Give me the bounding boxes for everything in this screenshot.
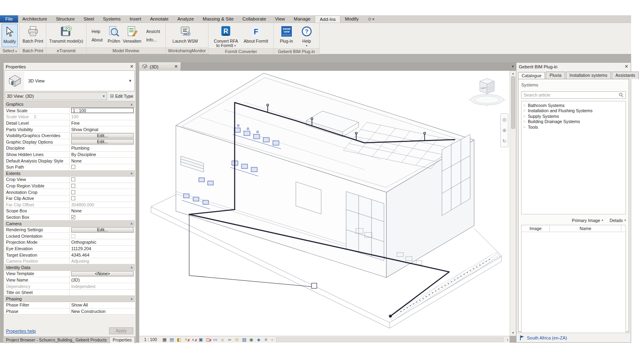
section-header-identity-data[interactable]: Identity Data▲ <box>4 264 135 271</box>
property-value[interactable]: None <box>70 158 135 164</box>
sun-path-icon[interactable]: ☀✗ <box>183 337 189 343</box>
property-value[interactable]: Show All <box>70 302 135 308</box>
ribbon-tab-massing-site[interactable]: Massing & Site <box>198 15 238 23</box>
section-header-graphics[interactable]: Graphics▲ <box>4 101 135 108</box>
ribbon-tab-collaborate[interactable]: Collaborate <box>238 15 270 23</box>
value-input[interactable]: 1 : 100 <box>71 108 134 113</box>
help-button[interactable]: Help <box>92 29 101 34</box>
property-value[interactable]: Plumbing <box>70 145 135 151</box>
expand-icon[interactable]: ▷ <box>524 104 526 107</box>
view-tab-3d[interactable]: (3D) ✕ <box>139 62 181 71</box>
reveal-hidden-elements-icon[interactable]: ⊙ <box>234 337 240 343</box>
search-icon[interactable] <box>619 93 623 97</box>
property-value[interactable]: None <box>70 208 135 214</box>
temporary-view-properties-icon[interactable]: ▧ <box>241 337 247 343</box>
search-input[interactable]: Search article <box>521 91 626 99</box>
viewcube-face-label[interactable]: LEFT <box>481 86 487 89</box>
rendering-dialog-icon[interactable]: ▣ <box>198 337 204 343</box>
details-dropdown[interactable]: Details▾ <box>609 218 626 223</box>
property-value[interactable]: New Construction <box>70 309 135 315</box>
launch-wsm-button[interactable]: Launch WSM <box>171 24 199 47</box>
property-value[interactable] <box>70 195 135 202</box>
ribbon-display-toggle-icon[interactable]: ⊙ ▾ <box>365 15 377 23</box>
convert-rfa-button[interactable]: R Convert RFA to FormIt▾ <box>213 24 239 48</box>
temporary-hide-isolate-icon[interactable]: ∞ <box>227 337 233 343</box>
property-value[interactable] <box>70 189 135 195</box>
vertical-scrollbar[interactable]: ▴ ▾ <box>510 71 516 336</box>
section-pin-icon[interactable]: ▲ <box>130 103 133 106</box>
property-value[interactable]: (3D) <box>70 277 135 283</box>
geberit-plugin-button[interactable]: KNOWHOWINSTALLED Plug-in <box>279 24 294 48</box>
dock-tab-project-browser[interactable]: Project Browser - Schueco_Building_ Gebe… <box>3 337 110 343</box>
scroll-up-icon[interactable]: ▴ <box>512 71 514 76</box>
property-value[interactable]: Show Original <box>70 126 135 132</box>
checkbox[interactable] <box>71 190 75 194</box>
drawing-canvas[interactable]: LEFT ◎⊕↻ <box>139 71 510 336</box>
crop-region-icon[interactable]: ▭ <box>212 337 218 343</box>
orbit-icon[interactable]: ↻ <box>502 138 506 144</box>
checkbox[interactable] <box>71 184 75 188</box>
value-button[interactable]: Edit... <box>71 227 134 232</box>
visual-style-icon[interactable]: ◧ <box>176 337 182 343</box>
horizontal-scrollbar[interactable] <box>276 337 504 342</box>
about-button[interactable]: About <box>92 37 103 42</box>
edit-type-button[interactable]: ⊞ Edit Type <box>108 92 135 100</box>
geberit-help-button[interactable]: ? Help▾ <box>299 24 314 48</box>
apply-button[interactable]: Apply <box>109 327 133 334</box>
property-value[interactable]: 4345.464 <box>70 252 135 258</box>
tree-item-building-drainage-systems[interactable]: ▷Building Drainage Systems <box>522 119 625 125</box>
checkbox[interactable] <box>71 165 75 169</box>
expand-icon[interactable]: ▷ <box>524 120 526 123</box>
scale-icon[interactable]: ▦ <box>161 337 167 343</box>
close-icon[interactable]: ✕ <box>174 64 178 69</box>
tab-installation-systems[interactable]: Installation systems <box>566 72 611 79</box>
section-header-camera[interactable]: Camera▲ <box>4 220 135 227</box>
ribbon-tab-annotate[interactable]: Annotate <box>146 15 173 23</box>
crop-view-icon[interactable]: ◫✗ <box>205 337 211 343</box>
property-value[interactable]: Edit... <box>70 133 135 139</box>
property-value[interactable]: Orthographic <box>70 239 135 245</box>
pruefen-button[interactable]: Prüfen <box>106 24 122 47</box>
expand-icon[interactable]: ▷ <box>524 125 526 129</box>
property-value[interactable]: 11129.204 <box>70 246 135 252</box>
section-header-phasing[interactable]: Phasing▲ <box>4 296 135 302</box>
detail-level-icon[interactable]: ▤ <box>169 337 175 343</box>
tree-item-tools[interactable]: ▷Tools <box>522 124 625 130</box>
analytical-model-icon[interactable]: ◉ <box>248 337 254 343</box>
property-value[interactable] <box>70 183 135 189</box>
about-formit-button[interactable]: F About FormIt <box>242 24 269 48</box>
property-value[interactable] <box>70 177 135 183</box>
navigation-wheel-icon[interactable]: ◎ <box>502 117 506 122</box>
zoom-icon[interactable]: ⊕ <box>502 128 506 133</box>
property-value[interactable]: By Discipline <box>70 152 135 158</box>
section-pin-icon[interactable]: ▲ <box>130 265 133 269</box>
ribbon-tab-manage[interactable]: Manage <box>289 15 315 23</box>
shadows-icon[interactable]: ◐✗ <box>190 337 196 343</box>
property-value[interactable]: Independent <box>70 283 135 289</box>
ribbon-tab-architecture[interactable]: Architecture <box>18 15 52 23</box>
column-header-name[interactable]: Name <box>550 225 621 232</box>
view-scale-button[interactable]: 1 : 100 <box>144 337 157 342</box>
property-value[interactable]: ✓ <box>70 214 135 220</box>
ansicht-button[interactable]: Ansicht <box>146 29 160 34</box>
ribbon-tab-view[interactable]: View <box>270 15 289 23</box>
ribbon-tab-structure[interactable]: Structure <box>52 15 79 23</box>
checkbox[interactable] <box>71 196 75 200</box>
batch-print-button[interactable]: Batch Print <box>21 24 44 47</box>
ribbon-tab-steel[interactable]: Steel <box>79 15 99 23</box>
checkbox[interactable]: ✓ <box>71 215 75 219</box>
unlocked-3d-view-icon[interactable]: ⌂ <box>219 337 225 343</box>
ribbon-tab-file[interactable]: File <box>0 15 18 23</box>
type-selector[interactable]: 3D View ▼ <box>4 70 135 91</box>
verwalten-button[interactable]: Verwalten <box>122 24 142 47</box>
column-header-image[interactable]: Image <box>522 225 550 232</box>
displacement-sets-icon[interactable]: ◈ <box>256 337 262 343</box>
info-button[interactable]: Info... <box>146 37 157 42</box>
modify-button[interactable]: Modify <box>2 24 18 47</box>
close-icon[interactable]: ✕ <box>130 64 134 69</box>
value-button[interactable]: <None> <box>71 271 134 276</box>
ribbon-tab-modify[interactable]: Modify <box>341 15 363 23</box>
properties-help-link[interactable]: Properties help <box>6 329 36 333</box>
property-value[interactable]: Edit... <box>70 139 135 145</box>
group-label-select[interactable]: Select ▾ <box>0 47 19 54</box>
